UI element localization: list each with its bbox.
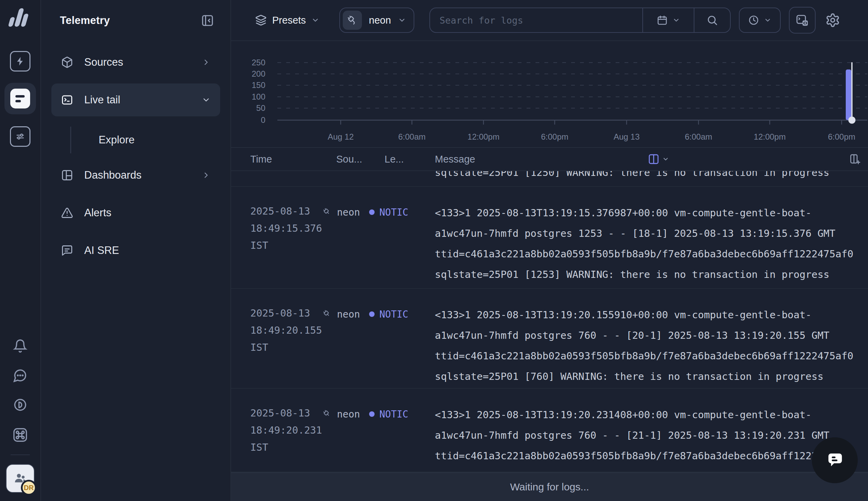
log-list: sqlstate=25P01 [1250] WARNING: there is … (231, 171, 868, 472)
sidebar-item-sources[interactable]: Sources (51, 46, 220, 79)
log-message: <133>1 2025-08-13T13:19:20.231408+00:00 … (435, 405, 868, 471)
chevron-down-icon (673, 17, 680, 24)
log-time: 18:49:20.155 (250, 322, 322, 339)
level-dot (369, 411, 374, 417)
search-submit-button[interactable] (694, 8, 730, 32)
query-console-button[interactable] (789, 7, 816, 33)
log-row-clipped[interactable]: sqlstate=25P01 [1250] WARNING: there is … (231, 171, 868, 187)
gear-icon (825, 13, 840, 28)
icon-rail: DR (0, 0, 41, 501)
tree-line (70, 127, 71, 153)
main-content: Presets neon (231, 0, 868, 501)
add-column-icon (849, 153, 860, 165)
y-tick: 250 (252, 58, 265, 67)
sidebar-item-dashboards[interactable]: Dashboards (51, 159, 220, 192)
theme-toggle-button[interactable] (13, 398, 28, 412)
log-row[interactable]: 2025-08-13 18:49:20.155 IST neon NOTIC <… (231, 289, 868, 389)
presets-dropdown[interactable]: Presets (255, 14, 319, 26)
topbar: Presets neon (231, 0, 868, 41)
sidebar-collapse-button[interactable] (201, 14, 214, 27)
add-column-button[interactable] (849, 153, 860, 165)
rail-quickstart-button[interactable] (10, 51, 31, 72)
sidebar-item-explore[interactable]: Explore (51, 121, 220, 159)
sliders-icon (10, 126, 31, 147)
sidebar-item-alerts[interactable]: Alerts (51, 196, 220, 229)
app-root: DR Telemetry Sources (0, 0, 868, 501)
log-time: 18:49:15.376 (250, 220, 322, 237)
rail-controls-button[interactable] (10, 126, 31, 147)
log-message: <133>1 2025-08-13T13:19:20.155910+00:00 … (435, 305, 868, 388)
column-layout-dropdown[interactable] (648, 153, 834, 165)
log-date: 2025-08-13 (250, 203, 322, 220)
log-date: 2025-08-13 (250, 405, 322, 422)
plug-icon (322, 309, 332, 319)
feedback-button[interactable] (13, 368, 28, 383)
x-tick: 6:00am (685, 132, 712, 141)
log-source: neon (337, 309, 360, 320)
level-dot (369, 210, 374, 215)
log-table-header: Time Sou... Le... Message (231, 148, 868, 171)
chevron-down-icon (662, 156, 669, 162)
command-menu-button[interactable] (12, 427, 28, 443)
sidebar: Telemetry Sources (41, 0, 231, 501)
column-header-time[interactable]: Time (250, 154, 322, 165)
column-header-level[interactable]: Le... (369, 154, 435, 165)
plug-icon (322, 409, 332, 419)
x-tick: Aug 12 (328, 132, 354, 141)
presets-label: Presets (272, 15, 306, 26)
sidebar-item-ai-sre[interactable]: AI SRE (51, 234, 220, 267)
chat-dots-icon (13, 368, 28, 383)
message-lines-icon (61, 244, 73, 257)
sidebar-item-label: Alerts (84, 207, 211, 219)
column-header-message[interactable]: Message (435, 154, 648, 165)
cube-icon (61, 56, 73, 68)
support-chat-button[interactable] (812, 437, 858, 483)
user-avatar-button[interactable]: DR (6, 464, 34, 493)
settings-button[interactable] (825, 13, 840, 28)
waiting-status-text: Waiting for logs... (510, 481, 589, 493)
log-source: neon (337, 207, 360, 218)
sidebar-item-label: Live tail (84, 94, 202, 106)
search-icon (706, 14, 718, 26)
source-select-value: neon (369, 15, 391, 26)
contrast-icon (13, 398, 28, 412)
x-tick: 12:00pm (754, 132, 785, 141)
notifications-button[interactable] (13, 339, 28, 353)
sidebar-item-label: Sources (84, 56, 202, 68)
sidebar-item-label: AI SRE (84, 244, 211, 257)
bell-icon (13, 339, 28, 353)
x-tick: 6:00pm (828, 132, 855, 141)
source-select[interactable]: neon (339, 8, 414, 33)
chat-bubble-icon (823, 448, 847, 472)
column-header-source[interactable]: Sou... (322, 154, 369, 165)
log-row[interactable]: 2025-08-13 18:49:20.231 IST neon NOTIC <… (231, 389, 868, 472)
user-initials-badge: DR (21, 480, 36, 495)
y-tick: 200 (252, 69, 265, 78)
search-bar (430, 8, 731, 33)
log-volume-chart[interactable]: 250 200 150 100 50 0 Aug 12 6:00am 12:00… (231, 41, 868, 148)
log-timezone: IST (250, 439, 322, 456)
log-level: NOTIC (379, 309, 408, 320)
panel-collapse-icon (201, 14, 214, 27)
log-row[interactable]: 2025-08-13 18:49:15.376 IST neon NOTIC <… (231, 187, 868, 289)
chevron-down-icon (764, 17, 771, 24)
log-level: NOTIC (379, 207, 408, 218)
plug-icon (343, 11, 362, 30)
x-tick: 6:00am (398, 132, 426, 141)
search-input[interactable] (430, 8, 642, 32)
date-range-dropdown[interactable] (642, 8, 694, 32)
rail-logs-button-active[interactable] (4, 83, 36, 114)
chart-bar (846, 70, 851, 120)
layers-icon (255, 14, 267, 26)
x-tick: 12:00pm (467, 132, 499, 141)
chevron-down-icon (398, 16, 406, 24)
command-icon (12, 427, 28, 443)
logs-icon (10, 89, 30, 108)
live-cursor-dot (848, 117, 856, 124)
sidebar-item-live-tail[interactable]: Live tail (51, 84, 220, 116)
page-title: Telemetry (60, 14, 201, 27)
rail-divider (11, 455, 30, 455)
terminal-icon (61, 94, 73, 106)
log-source: neon (337, 408, 360, 420)
time-range-button[interactable] (739, 8, 781, 33)
